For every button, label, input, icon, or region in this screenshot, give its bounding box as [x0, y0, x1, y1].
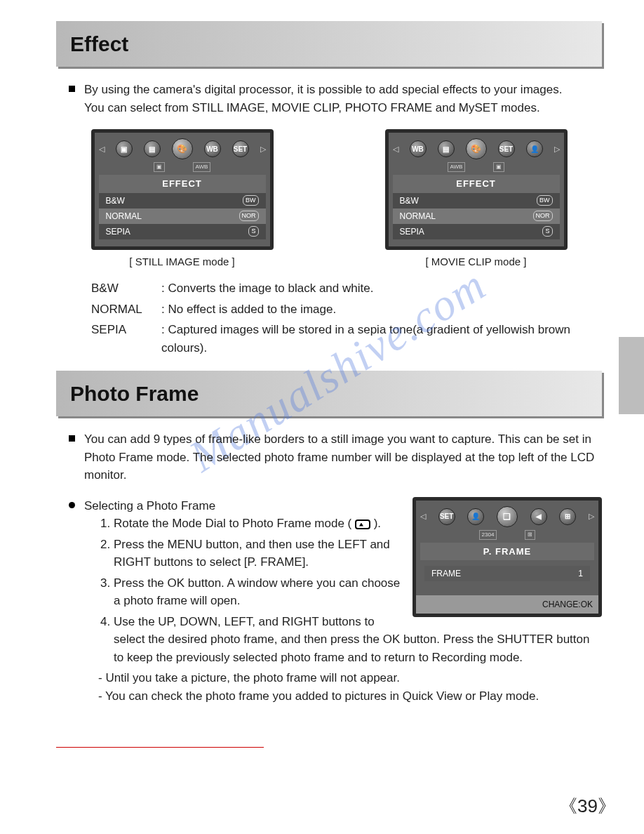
def-term-normal: NORMAL — [91, 300, 161, 319]
nav-left-icon: ◁ — [393, 143, 398, 155]
caption-still: [ STILL IMAGE mode ] — [91, 254, 274, 270]
effect-intro-line2: You can select from STILL IMAGE, MOVIE C… — [84, 101, 540, 114]
menu-item-label: NORMAL — [400, 210, 436, 223]
sharpness-icon: ▤ — [438, 140, 455, 157]
manual-page: Effect By using the camera's digital pro… — [0, 0, 644, 770]
awb-label: AWB — [193, 162, 211, 172]
frame-mode-icon: ❏ — [497, 506, 518, 527]
set-icon: SET — [498, 140, 515, 157]
page-number-value: 39 — [577, 795, 598, 816]
footer-rule — [56, 747, 264, 748]
effect-screens-row: ◁ ▣ ▤ 🎨 WB SET ▷ ▣AWB EFFECT B&W BW NORM… — [56, 129, 602, 270]
menu-item-bw: B&W BW — [393, 193, 560, 208]
pframe-row-label: FRAME — [431, 567, 461, 580]
awb-label: AWB — [448, 162, 466, 172]
section-header-effect: Effect — [56, 21, 602, 67]
step-1-text: Rotate the Mode Dial to Photo Frame mode… — [114, 517, 355, 530]
set-icon: SET — [438, 508, 455, 525]
menu-title-effect: EFFECT — [393, 175, 560, 193]
wb-icon: WB — [204, 140, 221, 157]
photoframe-intro: You can add 9 types of frame-like border… — [84, 430, 602, 484]
person-icon: 👤 — [526, 140, 543, 157]
def-term-sepia: SEPIA — [91, 321, 161, 357]
nav-right-icon: ▷ — [554, 143, 560, 155]
pframe-footer: CHANGE:OK — [416, 595, 598, 614]
grid-sub-icon: ⊞ — [525, 530, 535, 540]
menu-title-pframe: P. FRAME — [420, 543, 594, 561]
grid-icon: ⊞ — [559, 508, 576, 525]
effect-screen-movie: ◁ WB ▤ 🎨 SET 👤 ▷ AWB▣ EFFECT B&W BW NORM… — [385, 129, 568, 270]
caption-movie: [ MOVIE CLIP mode ] — [385, 254, 568, 270]
frame-mode-glyph-icon — [355, 519, 370, 529]
lcd-pframe: ◁ SET 👤 ❏ ◀ ⊞ ▷ 2304⊞ P. FRAME FRAME 1 C… — [412, 497, 602, 618]
def-desc-sepia: Captured images will be stored in a sepi… — [161, 323, 570, 355]
step-4: Use the UP, DOWN, LEFT, and RIGHT button… — [114, 613, 602, 667]
person-icon: 👤 — [467, 508, 484, 525]
page-number: 《39》 — [559, 793, 616, 820]
menu-item-label: SEPIA — [106, 225, 130, 238]
effect-intro: By using the camera's digital processor,… — [84, 81, 602, 117]
nav-left-icon: ◁ — [99, 143, 105, 155]
metering-icon: ▣ — [116, 140, 133, 157]
sub-icon: ▣ — [493, 162, 504, 172]
def-desc-normal: No effect is added to the image. — [161, 303, 336, 316]
side-thumb-tab — [619, 337, 644, 414]
lcd-still-image: ◁ ▣ ▤ 🎨 WB SET ▷ ▣AWB EFFECT B&W BW NORM… — [91, 129, 274, 250]
note-2: - You can check the photo frame you adde… — [98, 687, 602, 706]
menu-item-tag: NOR — [239, 211, 259, 222]
menu-item-label: SEPIA — [400, 225, 424, 238]
menu-item-label: B&W — [106, 194, 125, 207]
def-term-bw: B&W — [91, 279, 161, 298]
menu-item-normal: NORMAL NOR — [99, 208, 266, 224]
menu-item-tag: S — [542, 226, 552, 237]
menu-item-tag: BW — [243, 195, 259, 206]
nav-prev-icon: ◀ — [530, 508, 547, 525]
palette-icon: 🎨 — [466, 138, 487, 159]
note-1: - Until you take a picture, the photo fr… — [98, 669, 602, 687]
palette-icon: 🎨 — [172, 138, 193, 159]
photoframe-subhead: Selecting a Photo Frame — [84, 499, 215, 512]
wb-icon: WB — [410, 140, 427, 157]
section-title-effect: Effect — [70, 28, 588, 60]
photoframe-selecting: Selecting a Photo Frame ◁ SET 👤 ❏ ◀ ⊞ ▷ … — [84, 497, 602, 706]
menu-item-tag: BW — [537, 195, 553, 206]
section-title-photoframe: Photo Frame — [70, 378, 588, 409]
resolution-badge: 2304 — [479, 530, 497, 540]
menu-item-bw: B&W BW — [99, 193, 266, 208]
effect-intro-line1: By using the camera's digital processor,… — [84, 83, 562, 96]
menu-item-sepia: SEPIA S — [99, 224, 266, 239]
nav-right-icon: ▷ — [260, 143, 266, 155]
nav-left-icon: ◁ — [420, 510, 426, 522]
effect-screen-still: ◁ ▣ ▤ 🎨 WB SET ▷ ▣AWB EFFECT B&W BW NORM… — [91, 129, 274, 270]
menu-title-effect: EFFECT — [99, 175, 266, 193]
sharpness-icon: ▤ — [144, 140, 161, 157]
menu-item-tag: S — [248, 226, 258, 237]
menu-item-sepia: SEPIA S — [393, 224, 560, 239]
pframe-screen: ◁ SET 👤 ❏ ◀ ⊞ ▷ 2304⊞ P. FRAME FRAME 1 C… — [412, 497, 602, 618]
section-header-photoframe: Photo Frame — [56, 371, 602, 416]
def-desc-bw: Converts the image to black and white. — [161, 282, 373, 295]
set-icon: SET — [232, 140, 249, 157]
photoframe-intro-text: You can add 9 types of frame-like border… — [84, 432, 594, 482]
nav-right-icon: ▷ — [589, 510, 594, 522]
pframe-row: FRAME 1 — [424, 566, 590, 581]
menu-item-label: B&W — [400, 194, 419, 207]
menu-item-normal: NORMAL NOR — [393, 208, 560, 224]
menu-item-tag: NOR — [533, 211, 553, 222]
effect-definitions: B&W Converts the image to black and whit… — [91, 279, 602, 357]
lcd-movie-clip: ◁ WB ▤ 🎨 SET 👤 ▷ AWB▣ EFFECT B&W BW NORM… — [385, 129, 568, 250]
pframe-row-value: 1 — [578, 567, 583, 580]
sub-icon: ▣ — [154, 162, 165, 172]
menu-item-label: NORMAL — [106, 210, 142, 223]
